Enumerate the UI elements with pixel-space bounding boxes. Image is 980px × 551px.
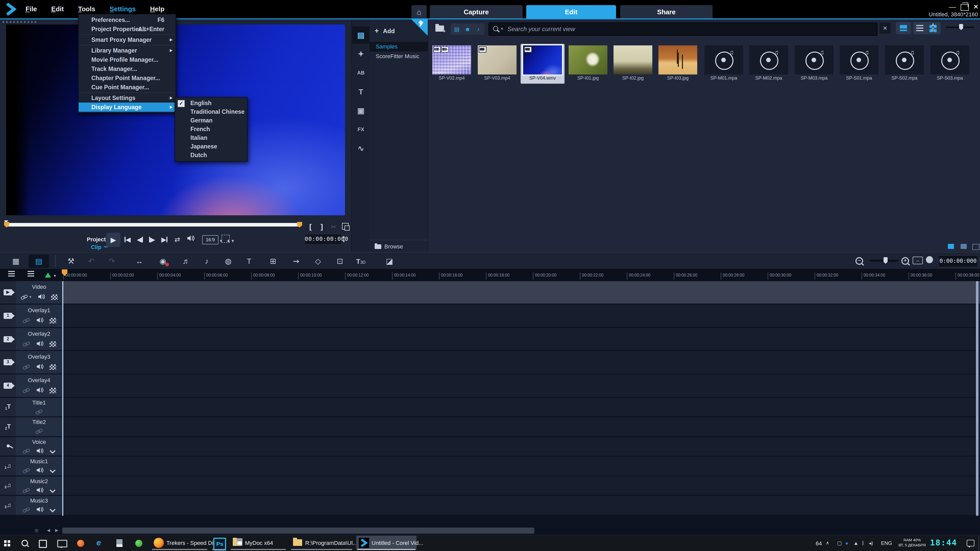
mask-creator-button[interactable]: ◇ [311, 254, 325, 268]
subtitle-editor-button[interactable]: T [242, 254, 256, 268]
track-lane[interactable] [62, 375, 980, 397]
expand-waveform-icon[interactable] [49, 466, 56, 475]
split-clip-button[interactable]: ✂ [331, 223, 336, 230]
scroll-right-button[interactable]: ▶ [55, 528, 58, 533]
slider-thumb[interactable] [883, 257, 888, 264]
track-lane[interactable] [62, 496, 980, 515]
show-desktop-button[interactable] [978, 536, 980, 551]
undo-button[interactable]: ↶ [85, 254, 98, 268]
mark-in-button[interactable]: [ [309, 222, 312, 230]
expand-waveform-icon[interactable] [49, 446, 56, 456]
library-item[interactable]: ♫SP-S02.mpa [883, 44, 926, 84]
green-app[interactable] [131, 536, 146, 550]
menubar-item-edit[interactable]: Edit [44, 0, 71, 18]
track-type-cell[interactable]: 3 [0, 351, 16, 373]
taskbar-window-photoshop[interactable]: Ps [211, 536, 227, 550]
link-caret-icon[interactable]: ▼ [29, 295, 32, 299]
orange-app[interactable] [73, 536, 88, 550]
scroll-grid-icon[interactable]: ⊞ [35, 528, 38, 533]
sidebar-graphics-icon[interactable]: ▣ [352, 102, 369, 119]
tab-edit[interactable]: Edit [526, 5, 616, 19]
thumbnail-size-slider[interactable] [946, 27, 974, 28]
library-item[interactable]: SP-I01.jpg [566, 44, 610, 84]
library-item[interactable]: ♫SP-M02.mpa [747, 44, 791, 84]
add-folder-button[interactable]: +Add [375, 27, 395, 35]
enlarge-caret-icon[interactable]: ▼ [231, 239, 235, 243]
panel-drag-handle[interactable] [3, 21, 38, 23]
link-icon[interactable] [35, 407, 43, 416]
taskbar-window-untitled-corel-vid[interactable]: Untitled - Corel Vid... [356, 536, 417, 550]
expand-waveform-icon[interactable] [49, 486, 56, 495]
volume-button[interactable] [187, 235, 194, 243]
ripple-trim-button[interactable]: ↔ [133, 254, 146, 268]
track-header[interactable]: Title2 [16, 417, 62, 436]
repeat-button[interactable]: ⇄ [175, 236, 180, 244]
library-item[interactable]: SP-I03.jpg [656, 44, 700, 84]
transparency-icon[interactable] [49, 364, 56, 370]
track-type-cell[interactable]: 4 [0, 375, 16, 397]
track-header[interactable]: Voice [16, 437, 62, 456]
sidebar-media-icon[interactable]: ▤ [352, 27, 369, 44]
track-lane[interactable] [62, 281, 980, 303]
library-item[interactable]: ♫SP-S01.mpa [837, 44, 881, 84]
track-header[interactable]: Video▼ [16, 281, 62, 303]
mark-out-button[interactable]: ] [321, 222, 323, 230]
link-icon[interactable] [22, 339, 30, 348]
sidebar-filters-icon[interactable]: FX [352, 121, 369, 138]
expand-waveform-icon[interactable] [49, 505, 56, 514]
timecode-spinner[interactable]: ▲▼ [342, 234, 345, 243]
track-header[interactable]: Music3 [16, 496, 62, 515]
language-item-dutch[interactable]: Dutch [175, 151, 247, 160]
link-icon[interactable] [22, 386, 30, 395]
library-item[interactable]: SP-V03.mp4 [475, 44, 519, 84]
track-lane[interactable] [62, 437, 980, 456]
menu-item-layout-settings[interactable]: Layout Settings▶ [79, 94, 176, 103]
language-indicator[interactable]: ENG [881, 540, 892, 546]
mute-track-icon[interactable] [36, 446, 43, 456]
toolbox-button[interactable]: ⚒ [64, 254, 78, 268]
tray-icon-4[interactable]: ᛒ [862, 540, 865, 546]
track-type-cell[interactable]: 1 [0, 305, 16, 327]
library-item[interactable]: SP-V04.wmv [520, 44, 565, 84]
tray-clock[interactable]: 18:44 [930, 538, 957, 548]
menu-item-display-language[interactable]: Display Language▶ [79, 103, 176, 112]
mute-track-icon[interactable] [36, 316, 43, 325]
track-header[interactable]: Overlay3 [16, 351, 62, 373]
show-options-panel-toggle[interactable] [961, 244, 967, 249]
trim-bar[interactable] [6, 223, 300, 227]
filter-audio-toggle[interactable]: ♪ [473, 25, 484, 33]
scene-view-toggle[interactable] [898, 24, 909, 32]
monitor-app[interactable] [54, 536, 69, 550]
menubar-item-file[interactable]: File [18, 0, 44, 18]
category-samples[interactable]: Samples [369, 42, 428, 52]
start-button[interactable] [0, 536, 15, 550]
link-icon[interactable] [20, 292, 28, 302]
track-header[interactable]: Music2 [16, 476, 62, 495]
track-lane[interactable] [62, 351, 980, 373]
browse-button[interactable]: Browse [369, 240, 428, 252]
close-button[interactable]: × [972, 3, 980, 11]
link-icon[interactable] [22, 446, 30, 456]
transparency-icon[interactable] [49, 341, 56, 347]
restore-button[interactable] [961, 4, 969, 11]
multicam-editor-button[interactable]: ◍ [221, 254, 235, 268]
trim-start-handle[interactable] [4, 222, 9, 227]
tray-date[interactable]: RAM 40%ВТ, 5 ДЕКАБРЯ [896, 538, 928, 548]
link-icon[interactable] [22, 466, 30, 475]
track-manager-icon[interactable] [8, 271, 15, 276]
timeline-view-button[interactable]: ▤ [29, 254, 49, 268]
track-lane[interactable] [62, 417, 980, 436]
preview-timecode[interactable]: 00:00:00:000 [304, 233, 342, 245]
customize-toolbar-button[interactable]: ◪ [383, 254, 396, 268]
tray-icon-1[interactable]: ▢ [837, 540, 842, 546]
edge-app[interactable]: e [92, 536, 108, 550]
link-icon[interactable] [22, 505, 30, 514]
library-item[interactable]: ♫SP-M03.mpa [792, 44, 836, 84]
auto-music-button[interactable]: ♪ [200, 254, 213, 268]
fit-project-button[interactable]: ↔ [913, 257, 923, 264]
redo-button[interactable]: ↷ [105, 254, 118, 268]
language-item-traditional-chinese[interactable]: Traditional Chinese [175, 108, 247, 116]
tray-icon-3[interactable]: ▲ [853, 540, 859, 546]
track-type-cell[interactable] [0, 437, 16, 456]
menu-item-chapter-point-manager[interactable]: Chapter Point Manager... [79, 73, 176, 83]
